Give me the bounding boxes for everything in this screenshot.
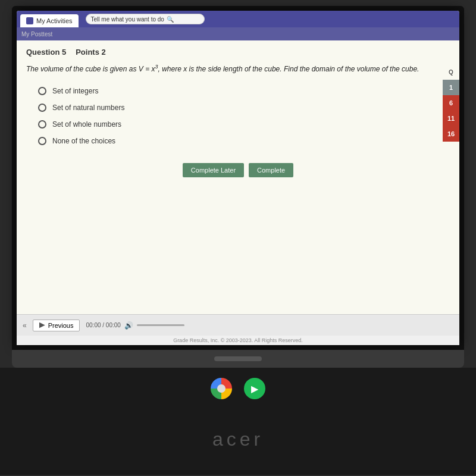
audio-controls: 00:00 / 00:00 🔊 [86, 321, 184, 330]
screen-bezel: My Activities Tell me what you want to d… [12, 6, 464, 350]
taskbar: ▶ [0, 368, 476, 403]
laptop-body: My Activities Tell me what you want to d… [0, 0, 476, 476]
side-nav-item-6[interactable]: 6 [443, 95, 459, 111]
footer-copyright: Grade Results, Inc. © 2003-2023. All Rig… [173, 337, 303, 343]
chevron-left-icon: « [23, 321, 27, 330]
browser-tab[interactable]: My Activities [20, 14, 79, 27]
question-number: Question 5 [26, 48, 66, 57]
side-nav-num-1: 1 [449, 84, 453, 91]
question-points: Points 2 [76, 48, 106, 57]
play-icon [39, 322, 45, 328]
radio-b[interactable] [38, 104, 46, 112]
side-nav-q: Q [443, 64, 459, 80]
side-nav-item-1[interactable]: 1 [443, 80, 459, 95]
option-b[interactable]: Set of natural numbers [38, 104, 450, 112]
previous-label: Previous [48, 322, 74, 329]
complete-button[interactable]: Complete [249, 163, 293, 177]
side-nav-item-11[interactable]: 11 [443, 111, 459, 126]
search-icon: 🔍 [167, 16, 174, 23]
radio-c[interactable] [38, 120, 46, 129]
option-a[interactable]: Set of integers [38, 87, 450, 95]
nav-label: My Posttest [21, 31, 52, 37]
tab-label: My Activities [36, 17, 73, 24]
option-b-label: Set of natural numbers [52, 104, 124, 112]
option-c[interactable]: Set of whole numbers [38, 120, 450, 129]
previous-button[interactable]: Previous [33, 320, 80, 331]
option-a-label: Set of integers [52, 87, 98, 95]
address-bar-text: Tell me what you want to do [91, 16, 164, 23]
option-d-label: None of the choices [52, 137, 115, 145]
option-c-label: Set of whole numbers [52, 120, 121, 129]
laptop-notch [214, 356, 262, 361]
bottom-nav: « Previous 00:00 / 00:00 🔊 [17, 314, 459, 336]
main-content: Q 1 6 11 16 Question 5 [17, 40, 459, 314]
nav-bar: My Posttest [17, 27, 459, 40]
time-display: 00:00 / 00:00 [86, 322, 120, 328]
acer-logo: acer [212, 428, 264, 450]
side-nav-num-6: 6 [449, 99, 453, 107]
tab-favicon [26, 17, 33, 24]
browser-chrome: My Activities Tell me what you want to d… [17, 11, 459, 27]
media-player-icon[interactable]: ▶ [244, 378, 265, 399]
chrome-icon[interactable] [211, 378, 232, 399]
acer-section: acer [0, 403, 476, 475]
side-nav: Q 1 6 11 16 [443, 64, 459, 142]
side-nav-item-16[interactable]: 16 [443, 126, 459, 142]
volume-icon[interactable]: 🔊 [124, 321, 133, 330]
side-nav-num-11: 11 [447, 115, 455, 122]
radio-a[interactable] [38, 87, 46, 95]
question-header: Question 5 Points 2 [26, 48, 450, 57]
answer-options: Set of integers Set of natural numbers S… [38, 87, 450, 145]
side-nav-num-16: 16 [447, 130, 455, 137]
browser-window: My Activities Tell me what you want to d… [17, 11, 459, 345]
address-bar[interactable]: Tell me what you want to do 🔍 [86, 14, 205, 24]
address-bar-area: Tell me what you want to do 🔍 [86, 14, 456, 24]
option-d[interactable]: None of the choices [38, 137, 450, 145]
question-body: The volume of the cube is given as V = x… [26, 62, 450, 75]
progress-bar[interactable] [137, 324, 184, 326]
radio-d[interactable] [38, 137, 46, 145]
footer: Grade Results, Inc. © 2003-2023. All Rig… [17, 336, 459, 345]
laptop-bottom [12, 350, 464, 368]
complete-later-button[interactable]: Complete Later [183, 163, 244, 177]
buttons-area: Complete Later Complete [26, 163, 450, 177]
